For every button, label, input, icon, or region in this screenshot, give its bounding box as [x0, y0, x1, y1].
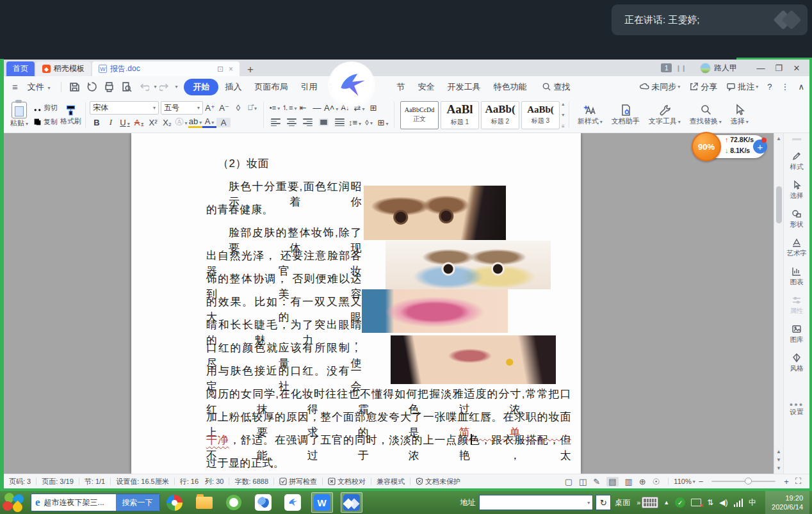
taskbar-wps-icon[interactable]: W	[311, 492, 333, 513]
touch-keyboard-icon[interactable]	[642, 497, 658, 508]
new-style-button[interactable]: 新样式▾	[578, 99, 603, 131]
scroll-down-icon[interactable]: ▼	[776, 457, 781, 463]
align-center-icon[interactable]	[287, 118, 296, 126]
menu-tab-dev-tools[interactable]: 开发工具	[441, 79, 487, 95]
ie-search-text[interactable]: 超市连夜下架三...	[40, 497, 116, 508]
print-preview-icon[interactable]	[121, 81, 132, 92]
sidebar-drag-handle[interactable]: ══	[792, 136, 801, 143]
write-mode-icon[interactable]: ✎	[593, 477, 600, 486]
style-heading2[interactable]: AaBb( 标题 2	[481, 101, 519, 129]
style-gallery-more-icon[interactable]: ≡	[562, 124, 565, 129]
font-color-button[interactable]: A▾	[202, 116, 216, 128]
scroll-up-icon[interactable]: ▲	[776, 136, 781, 141]
spell-check-button[interactable]: 拼写检查	[279, 477, 317, 486]
menu-tab-section[interactable]: 节	[390, 79, 411, 95]
style-heading1[interactable]: AaBl 标题 1	[441, 101, 479, 129]
menu-find[interactable]: 查找	[542, 81, 570, 93]
save-icon[interactable]	[69, 81, 80, 92]
format-painter-button[interactable]: 格式刷	[60, 104, 81, 126]
taskbar-360-browser-icon[interactable]	[164, 492, 186, 513]
net-speed-widget[interactable]: ↑72.8K/s ↓8.1K/s 90% +	[692, 132, 767, 161]
text-tool-button[interactable]: 文字工具▾	[649, 99, 681, 131]
line-spacing-icon[interactable]: ↕≡▾	[348, 118, 362, 127]
restore-button[interactable]: ❐	[770, 63, 788, 73]
photo-lips-1[interactable]	[362, 289, 508, 333]
sidebar-gallery-button[interactable]: 图库	[790, 324, 804, 344]
bullet-list-button[interactable]: •≡▾	[268, 104, 282, 111]
doc-assistant-button[interactable]: 文档助手	[612, 99, 640, 131]
start-button[interactable]	[3, 493, 26, 512]
account-name[interactable]: 路人甲	[714, 63, 737, 74]
sidebar-wordart-button[interactable]: 艺术字	[786, 237, 807, 258]
fit-page-icon[interactable]: ⛶	[795, 476, 801, 486]
document-page[interactable]: （2）妆面 肤色十分重要,面色红润昭示着你 的青春健康。 脸部皮肤的整体妆饰,除…	[131, 133, 581, 474]
share-button[interactable]: 分享	[689, 81, 717, 93]
help-button[interactable]: ?	[767, 82, 772, 92]
collapse-ribbon-icon[interactable]: ∧	[798, 82, 804, 92]
status-word-count[interactable]: 字数: 6888	[234, 477, 268, 486]
bold-button[interactable]: B	[90, 118, 104, 127]
tab-docer-templates[interactable]: ◆ 稻壳模板	[36, 61, 91, 76]
zoom-in-icon[interactable]: +	[784, 477, 789, 486]
tab-home[interactable]: 首页	[6, 61, 35, 76]
insert-table-icon[interactable]: ⊞	[366, 103, 380, 113]
document-canvas[interactable]: （2）妆面 肤色十分重要,面色红润昭示着你 的青春健康。 脸部皮肤的整体妆饰,除…	[4, 133, 774, 474]
taskbar-file-explorer-icon[interactable]	[193, 492, 215, 513]
select-tool-button[interactable]: 选择▾	[731, 99, 749, 131]
menu-file[interactable]: 文件 ▾	[21, 79, 57, 95]
desktop-toolbar-label[interactable]: 桌面	[615, 497, 630, 508]
increase-font-icon[interactable]: A⁺	[203, 103, 217, 113]
eye-protect-mode-icon[interactable]: ☉	[653, 477, 660, 486]
zoom-slider[interactable]	[711, 481, 775, 482]
photo-eyes-1[interactable]	[364, 186, 506, 240]
ime-indicator[interactable]: 中	[749, 497, 756, 508]
close-button[interactable]: ✕	[788, 63, 806, 73]
sidebar-select-button[interactable]: 选择	[790, 180, 804, 200]
window-count-badge[interactable]: 1	[661, 63, 672, 72]
minimize-button[interactable]: —	[752, 63, 770, 73]
font-size-select[interactable]: 五号▾	[161, 101, 203, 115]
char-shading-button[interactable]: A	[216, 118, 231, 127]
menu-tab-references[interactable]: 引用	[294, 79, 323, 95]
export-pdf-icon[interactable]	[86, 81, 97, 92]
net-percent-badge[interactable]: 90%	[692, 132, 721, 161]
strikethrough-button[interactable]: A▾	[132, 118, 146, 127]
underline-long-icon[interactable]: —	[310, 103, 324, 113]
tray-signal-icon[interactable]	[734, 499, 743, 507]
decrease-font-icon[interactable]: A⁻	[217, 103, 231, 113]
avatar[interactable]	[700, 63, 711, 74]
shading-icon[interactable]: ⬨▾	[362, 117, 376, 127]
tab-document[interactable]: W 报告.doc ⊡ ×	[92, 61, 240, 76]
enclosed-char-button[interactable]: Ⓐ▾	[174, 116, 188, 128]
style-scroll-down-icon[interactable]: ▾	[562, 112, 564, 118]
print-layout-icon[interactable]: ▤	[606, 477, 618, 486]
sidebar-settings-button[interactable]: ●●● 设置	[790, 401, 804, 417]
paste-button[interactable]: 粘贴▾	[8, 102, 31, 128]
address-go-button[interactable]: ↻	[596, 495, 611, 510]
tray-usb-icon[interactable]: ⇅	[707, 498, 713, 507]
sidebar-theme-button[interactable]: 风格	[790, 353, 804, 373]
fullscreen-view-icon[interactable]: ▢	[565, 477, 572, 486]
menu-tab-insert[interactable]: 插入	[218, 79, 248, 95]
sidebar-shape-button[interactable]: 形状	[790, 209, 804, 229]
next-page-icon[interactable]: ▼	[776, 465, 781, 471]
taskbar-meeting-app-icon[interactable]	[252, 492, 274, 513]
outline-view-icon[interactable]: ▥	[625, 477, 633, 486]
undo-icon[interactable]	[138, 81, 149, 92]
cloud-sync-status[interactable]: 未同步▾	[640, 81, 680, 93]
ie-search-widget[interactable]: e 超市连夜下架三... 搜索一下	[31, 494, 160, 511]
style-heading3[interactable]: AaBb( 标题 3	[521, 101, 560, 129]
phonetic-guide-icon[interactable]: 文̂▾	[245, 104, 259, 111]
sidebar-style-button[interactable]: 样式	[790, 151, 804, 172]
sidebar-chart-button[interactable]: 图表	[790, 266, 804, 287]
chevron-expand-icon[interactable]: »	[637, 499, 639, 506]
hamburger-icon[interactable]: ≡	[12, 81, 18, 92]
taskbar-clock[interactable]: 19:20 2020/6/14	[765, 491, 809, 514]
print-icon[interactable]	[104, 81, 115, 92]
more-menu-icon[interactable]: ⋮	[781, 82, 789, 92]
zoom-out-icon[interactable]: −	[699, 477, 704, 486]
redo-icon[interactable]	[159, 81, 170, 92]
zoom-level[interactable]: 110%	[674, 478, 691, 485]
subscript-button[interactable]: X₂	[160, 118, 174, 127]
taskbar-thunder-icon[interactable]	[282, 492, 304, 513]
